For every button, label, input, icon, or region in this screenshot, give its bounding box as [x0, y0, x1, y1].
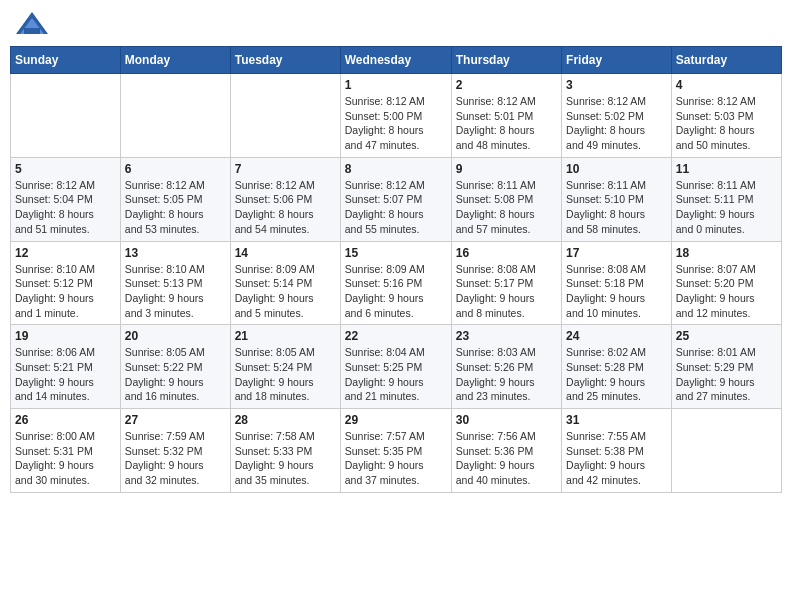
calendar-cell: 14Sunrise: 8:09 AMSunset: 5:14 PMDayligh…: [230, 241, 340, 325]
day-info: Sunrise: 8:12 AMSunset: 5:05 PMDaylight:…: [125, 178, 226, 237]
calendar-cell: 19Sunrise: 8:06 AMSunset: 5:21 PMDayligh…: [11, 325, 121, 409]
day-info: Sunrise: 7:57 AMSunset: 5:35 PMDaylight:…: [345, 429, 447, 488]
calendar-cell: 4Sunrise: 8:12 AMSunset: 5:03 PMDaylight…: [671, 74, 781, 158]
calendar-cell: 29Sunrise: 7:57 AMSunset: 5:35 PMDayligh…: [340, 409, 451, 493]
day-number: 26: [15, 413, 116, 427]
day-number: 23: [456, 329, 557, 343]
day-number: 13: [125, 246, 226, 260]
day-info: Sunrise: 8:05 AMSunset: 5:22 PMDaylight:…: [125, 345, 226, 404]
day-number: 16: [456, 246, 557, 260]
svg-rect-2: [24, 28, 40, 34]
weekday-header-friday: Friday: [562, 47, 672, 74]
day-info: Sunrise: 8:02 AMSunset: 5:28 PMDaylight:…: [566, 345, 667, 404]
calendar-cell: 26Sunrise: 8:00 AMSunset: 5:31 PMDayligh…: [11, 409, 121, 493]
calendar-cell: 7Sunrise: 8:12 AMSunset: 5:06 PMDaylight…: [230, 157, 340, 241]
day-number: 18: [676, 246, 777, 260]
weekday-header-sunday: Sunday: [11, 47, 121, 74]
day-number: 5: [15, 162, 116, 176]
day-number: 12: [15, 246, 116, 260]
weekday-header-monday: Monday: [120, 47, 230, 74]
day-number: 31: [566, 413, 667, 427]
day-info: Sunrise: 8:04 AMSunset: 5:25 PMDaylight:…: [345, 345, 447, 404]
calendar-cell: 9Sunrise: 8:11 AMSunset: 5:08 PMDaylight…: [451, 157, 561, 241]
day-number: 19: [15, 329, 116, 343]
day-info: Sunrise: 7:59 AMSunset: 5:32 PMDaylight:…: [125, 429, 226, 488]
day-info: Sunrise: 8:12 AMSunset: 5:06 PMDaylight:…: [235, 178, 336, 237]
page-header: [10, 10, 782, 38]
day-number: 22: [345, 329, 447, 343]
day-number: 28: [235, 413, 336, 427]
day-number: 1: [345, 78, 447, 92]
day-info: Sunrise: 8:01 AMSunset: 5:29 PMDaylight:…: [676, 345, 777, 404]
day-number: 29: [345, 413, 447, 427]
calendar-cell: 23Sunrise: 8:03 AMSunset: 5:26 PMDayligh…: [451, 325, 561, 409]
calendar-cell: 2Sunrise: 8:12 AMSunset: 5:01 PMDaylight…: [451, 74, 561, 158]
day-number: 24: [566, 329, 667, 343]
day-info: Sunrise: 8:09 AMSunset: 5:16 PMDaylight:…: [345, 262, 447, 321]
day-number: 2: [456, 78, 557, 92]
day-number: 6: [125, 162, 226, 176]
day-info: Sunrise: 8:11 AMSunset: 5:10 PMDaylight:…: [566, 178, 667, 237]
weekday-header-wednesday: Wednesday: [340, 47, 451, 74]
day-number: 8: [345, 162, 447, 176]
calendar-cell: 20Sunrise: 8:05 AMSunset: 5:22 PMDayligh…: [120, 325, 230, 409]
calendar-cell: 8Sunrise: 8:12 AMSunset: 5:07 PMDaylight…: [340, 157, 451, 241]
calendar-cell: 27Sunrise: 7:59 AMSunset: 5:32 PMDayligh…: [120, 409, 230, 493]
calendar-cell: 21Sunrise: 8:05 AMSunset: 5:24 PMDayligh…: [230, 325, 340, 409]
calendar-cell: 18Sunrise: 8:07 AMSunset: 5:20 PMDayligh…: [671, 241, 781, 325]
calendar-cell: 15Sunrise: 8:09 AMSunset: 5:16 PMDayligh…: [340, 241, 451, 325]
day-number: 30: [456, 413, 557, 427]
day-info: Sunrise: 8:09 AMSunset: 5:14 PMDaylight:…: [235, 262, 336, 321]
day-number: 10: [566, 162, 667, 176]
day-number: 27: [125, 413, 226, 427]
calendar-cell: 24Sunrise: 8:02 AMSunset: 5:28 PMDayligh…: [562, 325, 672, 409]
day-number: 3: [566, 78, 667, 92]
calendar-week-row: 26Sunrise: 8:00 AMSunset: 5:31 PMDayligh…: [11, 409, 782, 493]
day-number: 25: [676, 329, 777, 343]
calendar-cell: 31Sunrise: 7:55 AMSunset: 5:38 PMDayligh…: [562, 409, 672, 493]
calendar-cell: 12Sunrise: 8:10 AMSunset: 5:12 PMDayligh…: [11, 241, 121, 325]
day-info: Sunrise: 8:12 AMSunset: 5:00 PMDaylight:…: [345, 94, 447, 153]
calendar-cell: 17Sunrise: 8:08 AMSunset: 5:18 PMDayligh…: [562, 241, 672, 325]
calendar-cell: [230, 74, 340, 158]
day-info: Sunrise: 8:10 AMSunset: 5:12 PMDaylight:…: [15, 262, 116, 321]
calendar-cell: 10Sunrise: 8:11 AMSunset: 5:10 PMDayligh…: [562, 157, 672, 241]
calendar-cell: 13Sunrise: 8:10 AMSunset: 5:13 PMDayligh…: [120, 241, 230, 325]
calendar-week-row: 12Sunrise: 8:10 AMSunset: 5:12 PMDayligh…: [11, 241, 782, 325]
calendar-cell: 16Sunrise: 8:08 AMSunset: 5:17 PMDayligh…: [451, 241, 561, 325]
weekday-header-thursday: Thursday: [451, 47, 561, 74]
day-info: Sunrise: 8:07 AMSunset: 5:20 PMDaylight:…: [676, 262, 777, 321]
day-number: 21: [235, 329, 336, 343]
day-info: Sunrise: 8:12 AMSunset: 5:04 PMDaylight:…: [15, 178, 116, 237]
day-info: Sunrise: 7:58 AMSunset: 5:33 PMDaylight:…: [235, 429, 336, 488]
day-number: 15: [345, 246, 447, 260]
day-number: 7: [235, 162, 336, 176]
logo: [14, 10, 52, 38]
day-number: 14: [235, 246, 336, 260]
weekday-header-saturday: Saturday: [671, 47, 781, 74]
day-number: 17: [566, 246, 667, 260]
day-info: Sunrise: 8:08 AMSunset: 5:18 PMDaylight:…: [566, 262, 667, 321]
calendar-cell: 11Sunrise: 8:11 AMSunset: 5:11 PMDayligh…: [671, 157, 781, 241]
day-info: Sunrise: 8:11 AMSunset: 5:08 PMDaylight:…: [456, 178, 557, 237]
calendar-cell: 25Sunrise: 8:01 AMSunset: 5:29 PMDayligh…: [671, 325, 781, 409]
day-info: Sunrise: 8:00 AMSunset: 5:31 PMDaylight:…: [15, 429, 116, 488]
day-info: Sunrise: 8:05 AMSunset: 5:24 PMDaylight:…: [235, 345, 336, 404]
day-info: Sunrise: 8:03 AMSunset: 5:26 PMDaylight:…: [456, 345, 557, 404]
weekday-header-row: SundayMondayTuesdayWednesdayThursdayFrid…: [11, 47, 782, 74]
calendar-cell: [671, 409, 781, 493]
calendar-week-row: 19Sunrise: 8:06 AMSunset: 5:21 PMDayligh…: [11, 325, 782, 409]
calendar-table: SundayMondayTuesdayWednesdayThursdayFrid…: [10, 46, 782, 493]
day-info: Sunrise: 8:12 AMSunset: 5:01 PMDaylight:…: [456, 94, 557, 153]
day-info: Sunrise: 8:12 AMSunset: 5:07 PMDaylight:…: [345, 178, 447, 237]
calendar-cell: 1Sunrise: 8:12 AMSunset: 5:00 PMDaylight…: [340, 74, 451, 158]
calendar-cell: 6Sunrise: 8:12 AMSunset: 5:05 PMDaylight…: [120, 157, 230, 241]
day-info: Sunrise: 8:06 AMSunset: 5:21 PMDaylight:…: [15, 345, 116, 404]
calendar-cell: 3Sunrise: 8:12 AMSunset: 5:02 PMDaylight…: [562, 74, 672, 158]
day-number: 4: [676, 78, 777, 92]
day-info: Sunrise: 8:08 AMSunset: 5:17 PMDaylight:…: [456, 262, 557, 321]
day-number: 9: [456, 162, 557, 176]
calendar-cell: 22Sunrise: 8:04 AMSunset: 5:25 PMDayligh…: [340, 325, 451, 409]
day-info: Sunrise: 7:55 AMSunset: 5:38 PMDaylight:…: [566, 429, 667, 488]
day-number: 11: [676, 162, 777, 176]
